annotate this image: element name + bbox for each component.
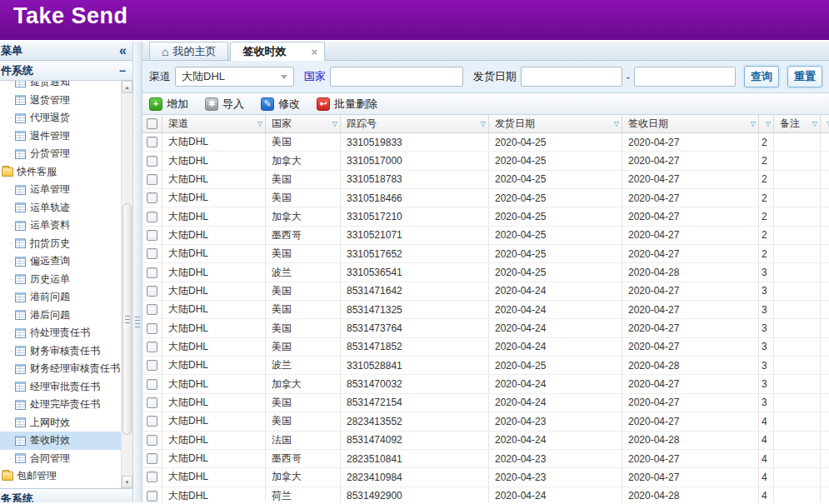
table-row[interactable]: 大陆DHL美国85314721542020-04-242020-04-273	[142, 394, 829, 412]
sidebar-item-提货通知[interactable]: 提货通知	[0, 81, 121, 92]
table-row[interactable]: 大陆DHL墨西哥33105210712020-04-252020-04-272	[142, 227, 829, 245]
row-checkbox[interactable]	[147, 453, 157, 464]
add-button[interactable]: + 增加	[149, 97, 188, 112]
table-row[interactable]: 大陆DHL荷兰85314929002020-04-242020-04-284	[142, 487, 829, 502]
table-row[interactable]: 大陆DHL美国85314718522020-04-242020-04-273	[142, 338, 829, 357]
tab-sign-timeliness[interactable]: 签收时效 ×	[230, 42, 325, 61]
filter-arrow-icon[interactable]: ▽	[257, 120, 262, 127]
row-checkbox[interactable]	[147, 174, 157, 185]
table-row[interactable]: 大陆DHL加拿大33105170002020-04-252020-04-272	[142, 152, 829, 170]
row-checkbox[interactable]	[147, 491, 157, 502]
table-row[interactable]: 大陆DHL加拿大85314700322020-04-242020-04-273	[142, 375, 829, 393]
table-row[interactable]: 大陆DHL加拿大33105172102020-04-252020-04-272	[142, 207, 829, 226]
date-from-input[interactable]	[521, 67, 622, 87]
edit-button[interactable]: ✎ 修改	[261, 97, 300, 112]
sidebar-item-财务审核责任书[interactable]: 财务审核责任书	[0, 342, 121, 361]
table-row[interactable]: 大陆DHL美国85314716422020-04-242020-04-273	[142, 282, 829, 301]
channel-select[interactable]: 大陆DHL	[175, 67, 294, 87]
row-checkbox[interactable]	[147, 267, 157, 278]
row-checkbox[interactable]	[147, 397, 157, 408]
select-all-checkbox[interactable]	[147, 118, 157, 129]
sidebar-item-扣货历史[interactable]: 扣货历史	[0, 235, 121, 253]
sidebar-item-处理完毕责任书[interactable]: 处理完毕责任书	[0, 396, 121, 414]
table-row[interactable]: 大陆DHL美国33105187832020-04-252020-04-272	[142, 171, 829, 189]
filter-arrow-icon[interactable]: ▽	[332, 120, 337, 127]
row-checkbox[interactable]	[147, 323, 157, 334]
row-checkbox[interactable]	[147, 248, 157, 259]
row-checkbox[interactable]	[147, 192, 157, 203]
sidebar-item-退货管理[interactable]: 退货管理	[0, 92, 121, 110]
sidebar-item-待处理责任书[interactable]: 待处理责任书	[0, 324, 121, 342]
table-row[interactable]: 大陆DHL美国85314713252020-04-242020-04-273	[142, 301, 829, 319]
sidebar-item-合同管理[interactable]: 合同管理	[0, 450, 121, 468]
filter-arrow-icon[interactable]: ▽	[481, 120, 486, 127]
column-header-渠道[interactable]: 渠道▽	[162, 115, 266, 132]
table-row[interactable]: 大陆DHL美国85314737642020-04-242020-04-273	[142, 319, 829, 337]
row-checkbox[interactable]	[147, 304, 157, 315]
row-checkbox[interactable]	[147, 435, 157, 446]
row-checkbox[interactable]	[147, 286, 157, 297]
column-header-days[interactable]: ▽	[759, 115, 774, 132]
tab-my-homepage[interactable]: ⌂ 我的主页	[149, 42, 228, 60]
sidebar-item-运单轨迹[interactable]: 运单轨迹	[0, 199, 121, 217]
sidebar-item-运单管理[interactable]: 运单管理	[0, 181, 121, 199]
sidebar-item-港前问题[interactable]: 港前问题	[0, 288, 121, 307]
table-row[interactable]: 大陆DHL波兰33105365412020-04-252020-04-283	[142, 263, 829, 282]
row-checkbox[interactable]	[147, 137, 157, 147]
sidebar-item-退件管理[interactable]: 退件管理	[0, 127, 121, 146]
sidebar-item-分货管理[interactable]: 分货管理	[0, 145, 121, 163]
column-header-国家[interactable]: 国家▽	[266, 115, 341, 132]
column-header-跟踪号[interactable]: 跟踪号▽	[341, 115, 489, 132]
sidebar-item-代理退货[interactable]: 代理退货	[0, 109, 121, 127]
sidebar-item-包邮管理[interactable]: 包邮管理	[0, 467, 121, 486]
import-button[interactable]: ✱ 导入	[205, 97, 244, 112]
row-checkbox[interactable]	[147, 212, 157, 222]
reset-button[interactable]: 重置	[787, 66, 822, 87]
table-row[interactable]: 大陆DHL美国28234135522020-04-232020-04-274	[142, 412, 829, 431]
table-row[interactable]: 大陆DHL墨西哥28235108412020-04-232020-04-274	[142, 450, 829, 468]
row-checkbox[interactable]	[147, 379, 157, 390]
row-checkbox[interactable]	[147, 342, 157, 352]
table-row[interactable]: 大陆DHL加拿大28234109842020-04-232020-04-274	[142, 468, 829, 487]
filter-arrow-icon[interactable]: ▽	[614, 120, 619, 127]
row-checkbox[interactable]	[147, 360, 157, 371]
row-checkbox[interactable]	[147, 416, 157, 427]
filter-arrow-icon[interactable]: ▽	[751, 120, 756, 127]
scroll-down-icon[interactable]: ▼	[122, 476, 132, 488]
row-checkbox[interactable]	[147, 472, 157, 482]
sidebar-item-财务经理审核责任书[interactable]: 财务经理审核责任书	[0, 360, 121, 378]
sidebar-item-快件客服[interactable]: 快件客服	[0, 163, 121, 182]
table-row[interactable]: 大陆DHL美国33105184662020-04-252020-04-272	[142, 189, 829, 207]
collapse-sidebar-icon[interactable]: «	[119, 44, 127, 57]
sidebar-item-运单资料[interactable]: 运单资料	[0, 217, 121, 235]
search-button[interactable]: 查询	[744, 66, 779, 87]
row-checkbox[interactable]	[147, 230, 157, 241]
row-checkbox[interactable]	[147, 156, 157, 167]
table-row[interactable]: 大陆DHL美国33105176522020-04-252020-04-272	[142, 245, 829, 263]
column-header-extra[interactable]: ▽	[821, 115, 829, 132]
table-row[interactable]: 大陆DHL波兰33105288412020-04-252020-04-283	[142, 357, 829, 375]
sidebar-scrollbar-thumb[interactable]	[122, 203, 132, 436]
sidebar-splitter[interactable]	[133, 42, 142, 502]
table-row[interactable]: 大陆DHL美国33105198332020-04-252020-04-272	[142, 133, 829, 152]
table-row[interactable]: 大陆DHL法国85314740922020-04-242020-04-284	[142, 432, 829, 450]
filter-arrow-icon[interactable]: ▽	[766, 120, 771, 127]
sidebar-item-经理审批责任书[interactable]: 经理审批责任书	[0, 378, 121, 397]
sidebar-item-历史运单[interactable]: 历史运单	[0, 271, 121, 289]
sidebar-item-偏远查询[interactable]: 偏远查询	[0, 252, 121, 271]
sidebar-scrollbar[interactable]: ▲ ▼	[121, 81, 132, 488]
sidebar-item-签收时效[interactable]: 签收时效	[0, 432, 121, 450]
country-input[interactable]	[330, 67, 463, 87]
filter-arrow-icon[interactable]: ▽	[812, 120, 817, 127]
column-header-签收日期[interactable]: 签收日期▽	[622, 115, 759, 132]
date-to-input[interactable]	[634, 67, 736, 87]
close-tab-icon[interactable]: ×	[311, 46, 317, 58]
sidebar-item-上网时效[interactable]: 上网时效	[0, 414, 121, 432]
sidebar-bottom-section[interactable]: 务系统	[0, 488, 132, 502]
column-header-备注[interactable]: 备注▽	[774, 115, 821, 132]
sidebar-section-header[interactable]: 件系统 −	[0, 61, 132, 81]
column-header-发货日期[interactable]: 发货日期▽	[489, 115, 622, 132]
batch-delete-button[interactable]: ↩ 批量删除	[317, 97, 377, 112]
sidebar-item-港后问题[interactable]: 港后问题	[0, 307, 121, 325]
collapse-section-icon[interactable]: −	[119, 64, 126, 77]
